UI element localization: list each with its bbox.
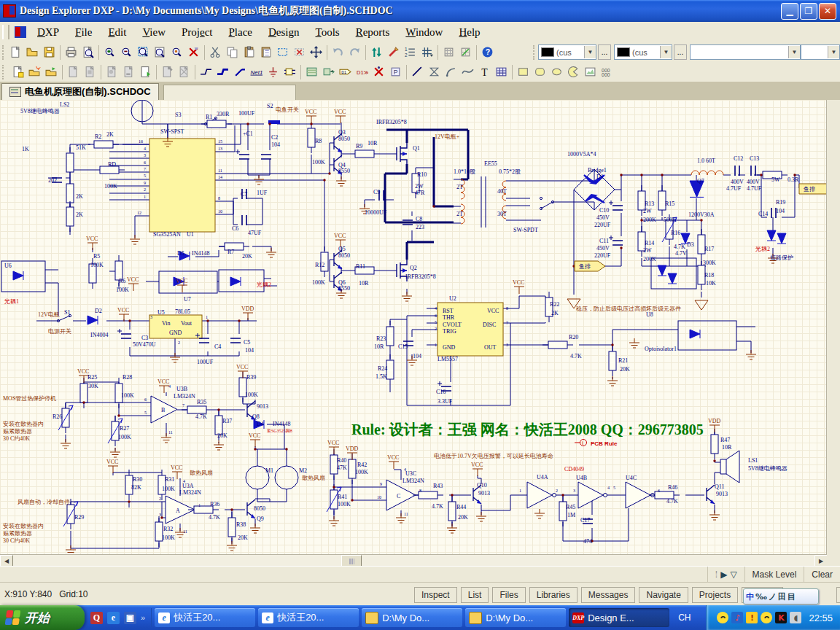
tab-schdoc[interactable]: 电鱼机原理图(自制).SCHDOC [1,83,159,100]
filter-icons[interactable]: ⁞▶▽ [707,567,744,583]
volume-icon[interactable]: ◖ [790,612,801,623]
tb-cut-button[interactable] [207,44,224,61]
panel-files-button[interactable]: Files [492,587,525,603]
menu-place[interactable]: Place [221,25,260,40]
tb2-g3-button[interactable] [104,63,120,80]
tb2-busentry-button[interactable] [231,63,248,80]
tb2-g5-button[interactable] [137,63,154,80]
tb-copy-button[interactable] [224,44,241,61]
tb2-newdoc-button[interactable] [9,63,26,80]
color-combo[interactable]: (cus▼ [614,44,672,60]
panel-libraries-button[interactable]: Libraries [529,587,578,603]
color-combo[interactable]: (cus▼ [538,44,596,60]
panel-messages-button[interactable]: Messages [581,587,636,603]
tb2-g2-button[interactable] [82,63,98,80]
tb2-roundrect-button[interactable] [532,63,548,80]
tb2-gndport-button[interactable] [265,63,281,80]
menu-window[interactable]: Window [397,25,451,40]
empty-combo[interactable]: ▼ [690,44,801,60]
menu-view[interactable]: View [134,25,174,40]
tb-wizard-button[interactable] [385,44,402,61]
panel-list-button[interactable]: List [461,587,489,603]
tb-zoompoint-button[interactable] [168,44,185,61]
tb-new-button[interactable] [7,44,24,61]
taskbar-task-ie[interactable]: e快活王20... [258,608,359,627]
tb2-wire-button[interactable] [198,63,214,80]
tb2-offsheet-button[interactable]: D1≫ [354,63,370,80]
taskbar-task-folder[interactable]: D:\My Do... [362,608,462,627]
tb2-g4-button[interactable] [120,63,137,80]
panel-help-button[interactable]: Help [836,587,840,603]
tb2-opengreen-button[interactable] [43,63,60,80]
mask-level-button[interactable]: Mask Level [744,567,804,583]
tb2-bus-button[interactable] [214,63,231,80]
tb2-g7-button[interactable] [176,63,192,80]
tb-zoomarea-button[interactable] [135,44,152,61]
tb-cagex-button[interactable] [457,44,474,61]
quicklaunch-app-icon[interactable]: Q [90,612,103,624]
taskbar-task-folder[interactable]: D:\My Do... [465,608,566,627]
show-desktop-icon[interactable]: ▣ [124,612,136,624]
tb-zoomin-button[interactable] [101,44,118,61]
empty-combo[interactable]: ▼ [801,44,840,60]
tb-marquee-button[interactable] [274,44,291,61]
tb2-poly-button[interactable] [426,63,443,80]
tb2-g1-button[interactable] [65,63,82,80]
tb-deselect-button[interactable] [291,44,308,61]
tb2-table-button[interactable] [493,63,510,80]
qq-penguin-icon-2[interactable]: ᴖ [761,612,772,623]
clear-button[interactable]: Clear [804,567,840,583]
start-button[interactable]: 开始 [0,605,85,630]
tb2-sheetsym-button[interactable] [303,63,320,80]
tb2-line-button[interactable] [409,63,426,80]
internet-explorer-icon[interactable]: e [107,612,120,624]
more-button[interactable]: ... [674,44,687,60]
tb2-arc-button[interactable] [443,63,459,80]
media-player-icon[interactable]: ♪ [731,612,743,623]
horizontal-scrollbar[interactable]: ◀ ▶ [0,554,827,567]
restore-button[interactable]: ❐ [800,3,817,20]
menu-tools[interactable]: Tools [308,25,348,40]
tb2-sheetentry-button[interactable] [320,63,337,80]
tb-move-button[interactable] [308,44,324,61]
panel-projects-button[interactable]: Projects [692,587,738,603]
tb-filterx-button[interactable] [185,44,202,61]
tb2-openspark-button[interactable] [26,63,43,80]
more-button[interactable]: ... [598,44,611,60]
tb-gridmenu-button[interactable] [419,44,435,61]
schematic-canvas[interactable]: iVCCVCCVCCVCCVCCVCCVCCVCCVCCVCCVCCVCCVCC… [0,100,827,554]
kaspersky-icon[interactable]: K [775,612,787,623]
language-indicator[interactable]: CH [669,612,699,623]
tb-zoomout-button[interactable] [118,44,135,61]
tb-zoomdoc-button[interactable] [152,44,168,61]
quicklaunch-chevron[interactable]: » [141,613,145,622]
security-shield-icon[interactable]: ! [746,612,758,623]
tb2-noerc-button[interactable] [370,63,387,80]
taskbar-task-dxp[interactable]: DXPDesign E... [569,608,669,627]
tb-updown-button[interactable] [368,44,385,61]
tb2-bezier-button[interactable] [459,63,476,80]
tb-save-button[interactable] [41,44,58,61]
panel-navigate-button[interactable]: Navigate [639,587,688,603]
menu-design[interactable]: Design [260,25,308,40]
tb2-netlabel-button[interactable]: Net1 [248,63,265,80]
tb2-array-button[interactable]: 000000 [599,63,615,80]
minimize-button[interactable]: ▁ [781,3,798,20]
menu-edit[interactable]: Edit [100,25,134,40]
tb-preview-button[interactable] [79,44,96,61]
qq-penguin-icon[interactable]: ᴖ [717,612,728,623]
tb-undo-button[interactable] [330,44,346,61]
tb2-g6-button[interactable] [159,63,176,80]
tb2-ellipse-button[interactable] [548,63,565,80]
tb-pastearr-button[interactable] [257,44,274,61]
menu-help[interactable]: Help [451,25,488,40]
tb-paste-button[interactable] [241,44,257,61]
menu-dxp[interactable]: DXP [29,25,67,40]
close-button[interactable]: ✕ [819,3,836,20]
menu-file[interactable]: File [67,25,100,40]
tb2-text-button[interactable]: T [476,63,493,80]
ime-keyboard-icon[interactable]: 田 [778,591,786,602]
panel-inspect-button[interactable]: Inspect [414,587,457,603]
tb2-pie-button[interactable] [565,63,582,80]
tb-cage-button[interactable] [440,44,457,61]
